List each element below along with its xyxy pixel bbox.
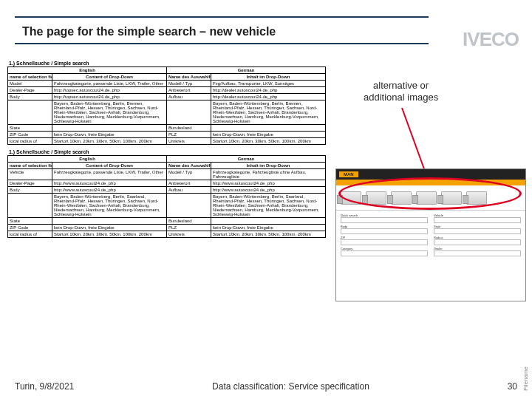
truck-icon [391, 191, 412, 205]
s1-cell: http://topsec.autoscout24.de_php [52, 94, 167, 100]
s1-h-en-content: Content of Drop-Down [52, 74, 167, 81]
table-row: Bayern, Baden-Württemberg, Berlin, Breme… [8, 100, 326, 125]
s1-lang-de: German [167, 67, 326, 74]
s1-cell [167, 100, 211, 125]
s1-cell: local radius of [8, 138, 52, 145]
s2-cell [211, 218, 326, 225]
s2-cell: http://www.autoscout24.de_php [211, 187, 326, 194]
s1-h-en-name: name of selection field [8, 74, 52, 81]
s1-cell: Anbieterort [167, 87, 211, 94]
s1-cell [211, 125, 326, 132]
s2-lang-en: English [8, 156, 167, 163]
s1-cell: Bundesland [167, 125, 211, 132]
s2-cell: PLZ [167, 225, 211, 231]
section1-table: English German name of selection field C… [7, 66, 326, 145]
thumb-field: State [434, 225, 521, 234]
section2-table: English German name of selection field C… [7, 155, 326, 238]
table-row: Bayern, Baden-Württemberg, Berlin, Saarl… [8, 194, 326, 218]
thumb-field-input [434, 239, 521, 245]
section1-heading: 1.) Schnellsuche / Simple search [9, 61, 525, 66]
s2-cell: kein Drop-Down, freie Eingabe [211, 225, 326, 231]
s2-cell: Modell / Typ [167, 169, 211, 180]
truck-icon [341, 191, 361, 205]
s2-cell: http://www.autoscout24.de_php [52, 180, 167, 187]
s2-cell: Bayern, Baden-Württemberg, Berlin, Saarl… [52, 194, 167, 218]
s1-cell: Umkreis [167, 138, 211, 145]
s2-h-en-content: Content of Drop-Down [52, 163, 167, 169]
footer-page-number: 30 [508, 381, 517, 392]
s1-cell: ZIP Code [8, 132, 52, 138]
thumb-navbar [336, 180, 525, 185]
rule-mid [15, 43, 429, 44]
table-row: StateBundesland [8, 125, 326, 132]
callout-text: alternative or additional images [364, 80, 438, 103]
s1-cell [8, 100, 52, 125]
browser-thumbnail: MAN Quick searchVehicleBodyStateZIPRadiu… [335, 168, 526, 301]
s1-cell: http://topsec.autoscout24.de_php [52, 87, 167, 94]
s1-cell: Model [8, 81, 52, 87]
thumb-vehicle-icons [336, 185, 525, 211]
s2-cell [52, 218, 167, 225]
s2-cell: Startort 10km, 20km, 30km, 50km, 100km, … [211, 231, 326, 238]
truck-icon [416, 191, 437, 205]
s1-cell: State [8, 125, 52, 132]
s2-cell: Vehicle [8, 169, 52, 180]
thumb-brand: MAN [339, 171, 358, 177]
thumb-field-input [341, 217, 428, 223]
table-row: StateBundesland [8, 218, 326, 225]
s2-cell: Startort 10km, 20km, 30km, 50km, 100km, … [52, 231, 167, 238]
thumb-field: Radius [434, 236, 521, 245]
table-row: Bodyhttp://topsec.autoscout24.de_phpAufb… [8, 94, 326, 100]
s2-cell: Body [8, 187, 52, 194]
s1-cell: Bayern, Baden-Württemberg, Berlin, Breme… [211, 100, 326, 125]
rule-top [15, 16, 429, 18]
s2-cell: Umkreis [167, 231, 211, 238]
s1-cell: Body [8, 94, 52, 100]
truck-icon [366, 191, 386, 205]
thumb-field: Vehicle [434, 214, 521, 223]
thumb-field-input [434, 217, 521, 223]
s2-cell: ZIP Code [8, 225, 52, 231]
s2-cell [8, 194, 52, 218]
table-row: VehicleFahrzeugkategorie, passende Liste… [8, 169, 326, 180]
s2-h-en-name: name of selection field [8, 163, 52, 169]
footer: Turin, 9/8/2021 Data classification: Ser… [15, 381, 517, 392]
table-row: Dealer-Pagehttp://www.autoscout24.de_php… [8, 180, 326, 187]
thumb-field: Dealer [434, 247, 521, 256]
truck-icon [441, 191, 462, 205]
page-title: The page for the simple search – new veh… [22, 25, 276, 38]
s2-cell: http://www.autoscout24.de_php [52, 187, 167, 194]
truck-icon [466, 191, 487, 205]
s2-cell: Bayern, Baden-Württemberg, Berlin, Saarl… [211, 194, 326, 218]
s2-cell [167, 194, 211, 218]
thumb-field-input [434, 250, 521, 256]
s1-cell: Bayern, Baden-Württemberg, Berlin, Breme… [52, 100, 167, 125]
s1-cell: Dealer-Page [8, 87, 52, 94]
thumb-field: ZIP [341, 236, 428, 245]
s1-cell: Fahrzeugkategorie, passende Liste, LKW, … [52, 81, 167, 87]
s1-cell: PLZ [167, 132, 211, 138]
callout-l2: additional images [364, 92, 438, 103]
s2-cell: Aufbau [167, 187, 211, 194]
table-row: ZIP Codekein Drop-Down, freie EingabePLZ… [8, 225, 326, 231]
s2-cell: http://www.autoscout24.de_php [211, 180, 326, 187]
s1-cell: http://dealer.autoscout24.de_php [211, 94, 326, 100]
table-row: Bodyhttp://www.autoscout24.de_phpAufbauh… [8, 187, 326, 194]
s1-cell: kein Drop-Down, freie Eingabe [211, 132, 326, 138]
table-row: ZIP Codekein Drop-Down, freie EingabePLZ… [8, 132, 326, 138]
thumb-field-input [341, 239, 428, 245]
thumb-form: Quick searchVehicleBodyStateZIPRadiusCat… [336, 211, 525, 259]
s1-cell [52, 125, 167, 132]
s1-cell: Aufbau [167, 94, 211, 100]
filename-label: Filename [522, 366, 529, 391]
s2-cell: Fahrzeugkategorie, passende Liste, LKW, … [52, 169, 167, 180]
s1-h-de-name: Name des Auswahlfelds [167, 74, 211, 81]
s1-lang-en: English [8, 67, 167, 74]
s2-cell: local radius of [8, 231, 52, 238]
s1-cell: Fzg/Aufbau, Transporter, LKW, Sonstiges [211, 81, 326, 87]
thumb-field: Category [341, 247, 428, 256]
s1-cell: Modell / Typ [167, 81, 211, 87]
thumb-field: Body [341, 225, 428, 234]
thumb-field-input [341, 250, 428, 256]
thumb-field-input [434, 228, 521, 234]
